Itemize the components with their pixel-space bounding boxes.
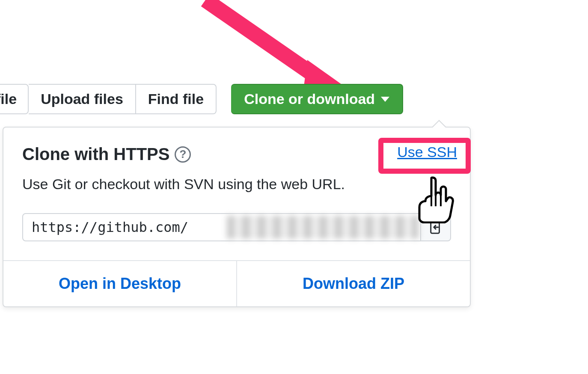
repo-toolbar: file Upload files Find file Clone or dow…: [0, 84, 403, 114]
upload-files-label: Upload files: [41, 91, 123, 107]
new-file-button[interactable]: file: [0, 84, 29, 114]
copy-url-button[interactable]: [421, 213, 451, 241]
clone-dropdown: Clone with HTTPS ? Use SSH Use Git or ch…: [3, 127, 471, 307]
open-in-desktop-label: Open in Desktop: [59, 275, 181, 292]
clipboard-icon: [428, 219, 443, 235]
clone-url-value: https://github.com/: [32, 219, 188, 235]
open-in-desktop-button[interactable]: Open in Desktop: [3, 261, 237, 306]
find-file-label: Find file: [148, 91, 204, 107]
svg-rect-4: [433, 220, 437, 223]
clone-dropdown-footer: Open in Desktop Download ZIP: [3, 260, 470, 306]
svg-line-1: [205, 0, 317, 77]
clone-url-input[interactable]: https://github.com/: [22, 213, 421, 241]
help-icon[interactable]: ?: [175, 146, 191, 163]
clone-url-row: https://github.com/: [22, 213, 451, 241]
clone-or-download-label: Clone or download: [244, 91, 375, 107]
clone-or-download-button[interactable]: Clone or download: [231, 84, 403, 114]
download-zip-button[interactable]: Download ZIP: [237, 261, 470, 306]
clone-description: Use Git or checkout with SVN using the w…: [22, 176, 451, 193]
upload-files-button[interactable]: Upload files: [29, 84, 136, 114]
use-ssh-link[interactable]: Use SSH: [397, 144, 457, 160]
find-file-button[interactable]: Find file: [136, 84, 217, 114]
redacted-url-overlay: [227, 216, 419, 239]
download-zip-label: Download ZIP: [303, 275, 404, 292]
clone-dropdown-header: Clone with HTTPS ? Use SSH Use Git or ch…: [3, 128, 470, 203]
new-file-label-partial: file: [0, 91, 17, 107]
caret-down-icon: [381, 97, 389, 102]
clone-title-row: Clone with HTTPS ?: [22, 145, 451, 164]
clone-title-text: Clone with HTTPS: [22, 145, 169, 164]
